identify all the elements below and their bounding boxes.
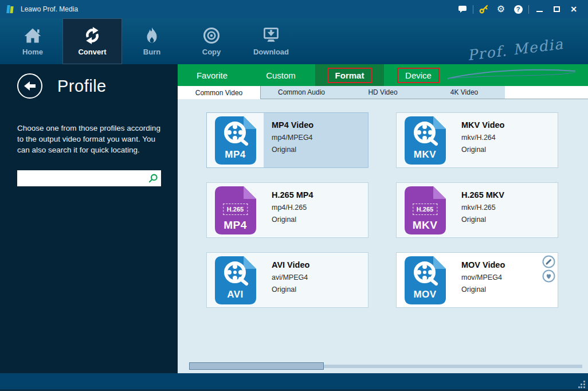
back-arrow-icon xyxy=(23,79,37,93)
burn-icon xyxy=(142,26,162,45)
favorite-profile-icon[interactable] xyxy=(542,269,555,283)
profile-description: Choose one from those profiles according… xyxy=(17,123,163,155)
prof-media-signature: Prof. Media xyxy=(466,36,565,64)
h265-mkv-file-icon: H.265 MKV xyxy=(397,183,453,237)
profile-card-avi[interactable]: AVI AVI Video avi/MPEG4 Original xyxy=(206,252,369,308)
maximize-icon[interactable] xyxy=(548,2,565,16)
nav-item-copy[interactable]: Copy xyxy=(182,18,241,64)
profile-card-mov[interactable]: MOV MOV Video mov/MPEG4 Original xyxy=(396,252,558,308)
key-icon[interactable] xyxy=(475,2,492,16)
annotation-box-device: Device xyxy=(397,68,440,83)
help-icon[interactable]: ? xyxy=(509,2,527,16)
mkv-file-icon: MKV xyxy=(397,113,453,167)
profile-quality: Original xyxy=(272,216,368,224)
app-window: Leawo Prof. Media ⚙ ? ✕ Home xyxy=(0,0,588,391)
titlebar: Leawo Prof. Media ⚙ ? ✕ xyxy=(0,0,588,18)
close-icon[interactable]: ✕ xyxy=(565,2,582,16)
tab-favorite[interactable]: Favorite xyxy=(178,64,246,86)
profile-quality: Original xyxy=(461,146,558,154)
profile-format: avi/MPEG4 xyxy=(272,273,368,281)
minimize-icon[interactable] xyxy=(531,2,548,16)
annotation-box-format: Format xyxy=(327,68,373,83)
profile-quality: Original xyxy=(461,216,558,224)
profile-card-mkv[interactable]: MKV MKV Video mkv/H.264 Original xyxy=(396,112,558,168)
mp4-file-icon: MP4 xyxy=(207,113,264,167)
nav-item-home[interactable]: Home xyxy=(3,18,62,64)
tab-device[interactable]: Device xyxy=(384,64,453,86)
nav-item-convert[interactable]: Convert xyxy=(62,18,122,64)
profile-card-h265-mp4[interactable]: H.265 MP4 H.265 MP4 mp4/H.265 Original xyxy=(206,182,369,238)
profile-name: AVI Video xyxy=(272,260,368,269)
copy-disc-icon xyxy=(201,26,222,45)
nav-item-download[interactable]: Download xyxy=(241,18,301,64)
chat-icon[interactable] xyxy=(454,2,471,16)
profile-quality: Original xyxy=(272,286,368,294)
leawo-logo-icon xyxy=(6,4,16,14)
subtab-4k-video[interactable]: 4K Video xyxy=(424,86,505,99)
profile-format: mkv/H.265 xyxy=(461,204,558,212)
tab-custom[interactable]: Custom xyxy=(246,64,315,86)
page-title: Profile xyxy=(57,77,107,96)
profile-quality: Original xyxy=(461,286,558,294)
avi-file-icon: AVI xyxy=(207,253,264,307)
profile-format: mkv/H.264 xyxy=(461,134,558,142)
download-icon xyxy=(261,26,281,45)
profile-name: MP4 Video xyxy=(272,120,368,130)
main-navbar: Home Convert Burn Copy xyxy=(0,18,588,64)
profile-quality: Original xyxy=(272,146,368,154)
profile-name: H.265 MP4 xyxy=(272,190,368,200)
statusbar xyxy=(0,373,588,391)
nav-item-burn[interactable]: Burn xyxy=(122,18,182,64)
profile-list: MP4 MP4 Video mp4/MPEG4 Original xyxy=(178,99,588,373)
subtab-hd-video[interactable]: HD Video xyxy=(342,86,424,99)
profile-name: MKV Video xyxy=(461,120,558,130)
signature-swoosh xyxy=(446,68,578,80)
profile-sidebar: Profile Choose one from those profiles a… xyxy=(0,64,178,373)
scrollbar-thumb[interactable] xyxy=(189,362,324,370)
convert-icon xyxy=(82,26,103,45)
tab-format[interactable]: Format xyxy=(315,64,384,86)
resize-grip-icon[interactable] xyxy=(578,381,586,388)
profile-card-mp4[interactable]: MP4 MP4 Video mp4/MPEG4 Original xyxy=(206,112,369,168)
titlebar-separator xyxy=(528,5,529,14)
subtab-filler xyxy=(505,86,588,99)
home-icon xyxy=(22,26,43,45)
titlebar-separator xyxy=(473,5,473,14)
back-button[interactable] xyxy=(17,73,42,99)
format-subtabs: Common Video Common Audio HD Video 4K Vi… xyxy=(178,86,588,99)
search-icon[interactable] xyxy=(148,173,158,186)
profile-search xyxy=(17,170,161,186)
window-title: Leawo Prof. Media xyxy=(21,5,78,13)
profile-format: mp4/MPEG4 xyxy=(272,134,368,142)
profile-name: H.265 MKV xyxy=(461,190,558,200)
h265-mp4-file-icon: H.265 MP4 xyxy=(207,183,264,237)
mov-file-icon: MOV xyxy=(397,253,453,307)
gear-icon[interactable]: ⚙ xyxy=(492,2,509,16)
profile-card-h265-mkv[interactable]: H.265 MKV H.265 MKV mkv/H.265 Original xyxy=(396,182,558,238)
profile-format: mp4/H.265 xyxy=(272,204,368,212)
horizontal-scrollbar[interactable] xyxy=(178,362,588,370)
subtab-common-audio[interactable]: Common Audio xyxy=(261,86,342,99)
profile-search-input[interactable] xyxy=(17,170,161,186)
subtab-common-video[interactable]: Common Video xyxy=(178,86,261,99)
edit-profile-icon[interactable] xyxy=(542,255,555,268)
